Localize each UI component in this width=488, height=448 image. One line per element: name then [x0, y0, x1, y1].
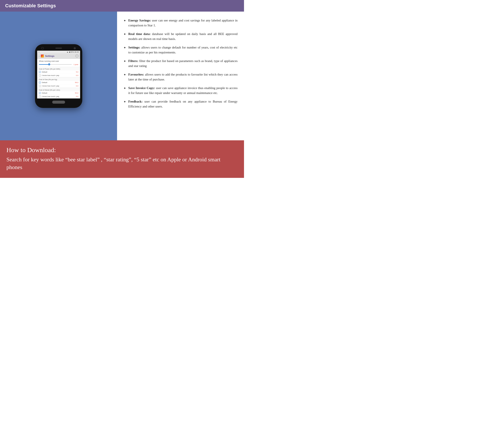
phone-nav-bar: ‹ Settings i — [37, 53, 80, 59]
bullet-icon-4: ✦ — [124, 59, 126, 64]
feature-text-settings: Settings: allows users to change default… — [128, 45, 238, 55]
phone-cost-power-header: Cost of Power (Rs per kWh) — [37, 67, 80, 70]
phone-home-button — [52, 101, 65, 104]
phone-status-bar: □ ▲ ◀ 95% 06:49 — [37, 51, 80, 53]
feature-text-favourites: Favourites: allows users to add the prod… — [128, 72, 238, 82]
feature-bold-favourites: Favourites: — [128, 73, 144, 76]
phone-cost-gas-section: Cost of Gas (Rs per Kg) ✓ Default 56.0 I… — [37, 78, 80, 88]
phone-cost-diesel-section: Cost of Diesel (Rs per Litre) ✓ Default … — [37, 88, 80, 98]
phone-cost-diesel-custom-value: 0.0 — [76, 96, 78, 97]
feature-item-filters: ✦ Filters: filter the product list based… — [124, 59, 238, 68]
phone-cost-power-section: Cost of Power (Rs per kWh) ✓ Default 5.0… — [37, 67, 80, 78]
feature-text-energy-savings: Energy Savings: user can see energy and … — [128, 18, 238, 28]
phone-checkbox-power-default: ✓ — [39, 71, 41, 73]
main-content: □ ▲ ◀ 95% 06:49 ‹ Settings i Show runnin… — [0, 12, 244, 140]
feature-bold-energy-savings: Energy Savings: — [128, 19, 151, 22]
phone-cost-diesel-default-value: 50.0 — [75, 92, 78, 94]
phone-slider-track — [39, 64, 72, 65]
phone-back-icon: ‹ — [39, 55, 40, 57]
feature-text-real-time-data: Real time data: database will be updated… — [128, 32, 238, 41]
phone-checkbox-gas-default: ✓ — [39, 81, 41, 83]
bottom-text: Search for key words like “bee star labe… — [7, 156, 238, 171]
feature-bold-feedback: Feedback: — [128, 100, 143, 103]
phone-status-right: ▲ ◀ 95% 06:49 — [66, 51, 79, 53]
phone-cost-power-default: ✓ Default 5.0 — [37, 70, 80, 74]
phone-cost-power-custom-label: I know how much i pay — [42, 74, 76, 76]
feature-bold-save-invoice: Save Invoice Copy: — [128, 86, 155, 90]
phone-cost-diesel-default: ✓ Default 50.0 — [37, 91, 80, 95]
feature-bold-filters: Filters: — [128, 59, 138, 63]
bullet-icon-6: ✦ — [124, 86, 126, 90]
phone-screen-title: Settings — [45, 55, 74, 57]
feature-bold-real-time-data: Real time data: — [128, 32, 150, 36]
phone-info-icon: i — [75, 55, 78, 57]
bullet-icon-5: ✦ — [124, 72, 126, 77]
feature-item-energy-savings: ✦ Energy Savings: user can see energy an… — [124, 18, 238, 28]
phone-slider-value: 1 year — [74, 64, 78, 65]
phone-cost-power-custom: I know how much i pay 0.0 — [37, 74, 80, 77]
phone-slider-thumb — [48, 63, 50, 65]
left-panel: □ ▲ ◀ 95% 06:49 ‹ Settings i Show runnin… — [0, 12, 117, 140]
phone-cost-diesel-custom-label: I know how much i pay — [42, 96, 76, 97]
phone-slider-row: 1 year — [37, 63, 80, 67]
bottom-title: How to Download: — [7, 146, 238, 154]
phone-cost-diesel-default-label: Default — [42, 92, 75, 94]
phone-cost-gas-header: Cost of Gas (Rs per Kg) — [37, 78, 80, 81]
phone-checkbox-gas-custom — [39, 85, 41, 87]
phone-cost-diesel-header: Cost of Diesel (Rs per Litre) — [37, 88, 80, 91]
feature-text-save-invoice: Save Invoice Copy: user can save applian… — [128, 86, 238, 95]
phone-cost-gas-custom-label: I know how much i pay — [42, 85, 76, 87]
phone-cost-gas-custom-value: 0.0 — [76, 85, 78, 87]
phone-cost-power-default-label: Default — [42, 71, 76, 73]
page-header: Customizable Settings — [0, 0, 244, 12]
feature-item-favourites: ✦ Favourites: allows users to add the pr… — [124, 72, 238, 82]
phone-checkbox-diesel-custom — [39, 96, 41, 97]
phone-app-icon — [41, 55, 44, 57]
feature-item-feedback: ✦ Feedback: user can provide feedback on… — [124, 99, 238, 109]
phone-cost-gas-default: ✓ Default 56.0 — [37, 81, 80, 84]
phone-cost-power-default-value: 5.0 — [76, 71, 78, 73]
bullet-icon-2: ✦ — [124, 32, 126, 36]
phone-cost-power-custom-value: 0.0 — [76, 74, 78, 76]
phone-mockup: □ ▲ ◀ 95% 06:49 ‹ Settings i Show runnin… — [35, 44, 82, 108]
bullet-icon-3: ✦ — [124, 46, 126, 50]
phone-running-cost-label: Show running cost over — [37, 59, 80, 63]
phone-cost-gas-default-value: 56.0 — [75, 81, 78, 83]
feature-text-feedback: Feedback: user can provide feedback on a… — [128, 99, 238, 109]
feature-item-real-time-data: ✦ Real time data: database will be updat… — [124, 32, 238, 41]
phone-cost-gas-default-label: Default — [42, 81, 75, 83]
bullet-icon-1: ✦ — [124, 18, 126, 23]
feature-item-settings: ✦ Settings: allows users to change defau… — [124, 45, 238, 55]
phone-cost-gas-custom: I know how much i pay 0.0 — [37, 84, 80, 88]
feature-list: ✦ Energy Savings: user can see energy an… — [124, 18, 238, 109]
page-title: Customizable Settings — [5, 3, 56, 8]
phone-checkbox-diesel-default: ✓ — [39, 92, 41, 94]
bullet-icon-7: ✦ — [124, 100, 126, 104]
feature-item-save-invoice: ✦ Save Invoice Copy: user can save appli… — [124, 86, 238, 95]
bottom-section: How to Download: Search for key words li… — [0, 140, 244, 178]
phone-cost-diesel-custom: I know how much i pay 0.0 — [37, 95, 80, 98]
phone-checkbox-power-custom — [39, 74, 41, 76]
feature-bold-settings: Settings: — [128, 46, 140, 49]
phone-status-icon: □ — [38, 51, 40, 53]
phone-slider-fill — [39, 64, 49, 65]
feature-text-filters: Filters: filter the product list based o… — [128, 59, 238, 68]
right-panel: ✦ Energy Savings: user can see energy an… — [117, 12, 244, 140]
phone-screen: □ ▲ ◀ 95% 06:49 ‹ Settings i Show runnin… — [37, 51, 80, 98]
